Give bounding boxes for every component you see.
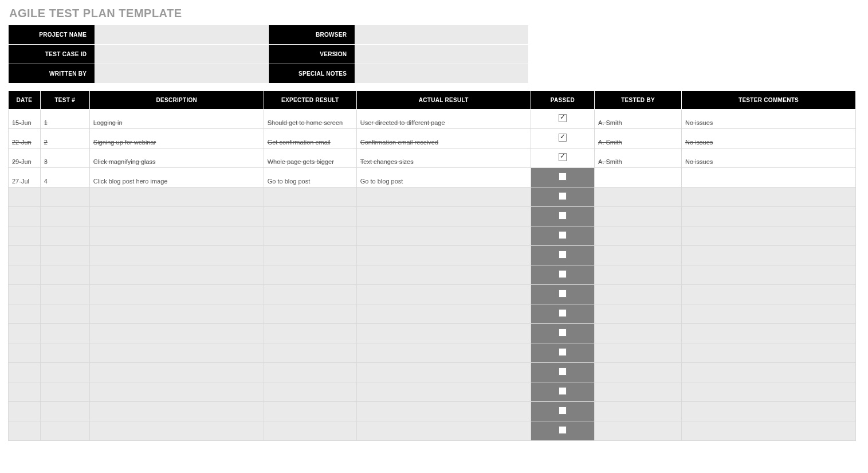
cell-expected[interactable]: Get confirmation email [264, 129, 356, 148]
cell-date[interactable]: 27-Jul [9, 168, 41, 187]
cell-actual[interactable] [356, 421, 531, 441]
cell-tested-by[interactable]: A. Smith [595, 148, 682, 168]
checkbox-icon[interactable] [559, 290, 567, 298]
cell-comments[interactable] [682, 285, 856, 304]
checkbox-icon[interactable] [559, 387, 567, 395]
cell-date[interactable] [9, 402, 41, 421]
cell-expected[interactable] [264, 207, 356, 226]
cell-actual[interactable] [356, 226, 531, 246]
checkbox-icon[interactable] [559, 251, 567, 259]
cell-actual[interactable] [356, 304, 531, 324]
cell-actual[interactable] [356, 246, 531, 265]
cell-comments[interactable] [682, 402, 856, 421]
cell-date[interactable] [9, 363, 41, 382]
cell-expected[interactable] [264, 363, 356, 382]
cell-passed[interactable] [531, 265, 594, 285]
cell-actual[interactable]: User directed to different page [356, 110, 531, 129]
cell-comments[interactable] [682, 187, 856, 207]
cell-actual[interactable] [356, 343, 531, 363]
cell-description[interactable] [89, 187, 264, 207]
cell-actual[interactable] [356, 187, 531, 207]
cell-description[interactable]: Click blog post hero image [89, 168, 264, 187]
cell-description[interactable] [89, 285, 264, 304]
cell-passed[interactable] [531, 207, 594, 226]
cell-expected[interactable] [264, 246, 356, 265]
cell-passed[interactable] [531, 324, 594, 343]
cell-comments[interactable] [682, 421, 856, 441]
cell-comments[interactable] [682, 363, 856, 382]
cell-passed[interactable] [531, 285, 594, 304]
cell-date[interactable] [9, 265, 41, 285]
cell-test-number[interactable]: 4 [40, 168, 89, 187]
cell-comments[interactable] [682, 226, 856, 246]
cell-tested-by[interactable]: A. Smith [595, 129, 682, 148]
checkbox-icon[interactable] [559, 114, 567, 122]
cell-description[interactable] [89, 402, 264, 421]
checkbox-icon[interactable] [559, 309, 567, 317]
cell-description[interactable]: Signing up for webinar [89, 129, 264, 148]
cell-tested-by[interactable] [595, 402, 682, 421]
cell-tested-by[interactable] [595, 382, 682, 402]
checkbox-icon[interactable] [559, 134, 567, 142]
cell-expected[interactable] [264, 265, 356, 285]
cell-date[interactable] [9, 246, 41, 265]
meta-value-input[interactable] [355, 25, 529, 45]
checkbox-icon[interactable] [559, 426, 567, 434]
cell-expected[interactable] [264, 402, 356, 421]
checkbox-icon[interactable] [559, 270, 567, 278]
meta-value-input[interactable] [355, 45, 529, 64]
cell-actual[interactable] [356, 402, 531, 421]
cell-expected[interactable] [264, 343, 356, 363]
cell-tested-by[interactable] [595, 343, 682, 363]
cell-comments[interactable] [682, 324, 856, 343]
cell-passed[interactable] [531, 168, 594, 187]
checkbox-icon[interactable] [559, 153, 567, 161]
cell-expected[interactable]: Whole page gets bigger [264, 148, 356, 168]
cell-date[interactable] [9, 343, 41, 363]
cell-date[interactable] [9, 226, 41, 246]
cell-expected[interactable] [264, 187, 356, 207]
cell-test-number[interactable] [40, 402, 89, 421]
cell-date[interactable] [9, 187, 41, 207]
cell-test-number[interactable]: 3 [40, 148, 89, 168]
cell-test-number[interactable] [40, 304, 89, 324]
cell-comments[interactable]: No issues [682, 148, 856, 168]
cell-comments[interactable] [682, 343, 856, 363]
cell-expected[interactable] [264, 421, 356, 441]
cell-description[interactable] [89, 246, 264, 265]
cell-test-number[interactable]: 1 [40, 110, 89, 129]
cell-description[interactable] [89, 324, 264, 343]
cell-date[interactable]: 29-Jun [9, 148, 41, 168]
cell-description[interactable] [89, 382, 264, 402]
cell-test-number[interactable]: 2 [40, 129, 89, 148]
cell-expected[interactable] [264, 382, 356, 402]
cell-passed[interactable] [531, 148, 594, 168]
checkbox-icon[interactable] [559, 348, 567, 356]
cell-description[interactable] [89, 421, 264, 441]
cell-comments[interactable]: No issues [682, 110, 856, 129]
cell-tested-by[interactable] [595, 226, 682, 246]
cell-date[interactable] [9, 421, 41, 441]
cell-comments[interactable] [682, 382, 856, 402]
cell-description[interactable] [89, 207, 264, 226]
cell-tested-by[interactable] [595, 324, 682, 343]
cell-expected[interactable] [264, 226, 356, 246]
cell-date[interactable] [9, 207, 41, 226]
checkbox-icon[interactable] [559, 231, 567, 239]
cell-tested-by[interactable] [595, 187, 682, 207]
cell-test-number[interactable] [40, 246, 89, 265]
checkbox-icon[interactable] [559, 173, 567, 181]
cell-passed[interactable] [531, 382, 594, 402]
cell-passed[interactable] [531, 343, 594, 363]
cell-actual[interactable] [356, 285, 531, 304]
cell-date[interactable]: 22-Jun [9, 129, 41, 148]
cell-tested-by[interactable] [595, 265, 682, 285]
checkbox-icon[interactable] [559, 212, 567, 220]
cell-date[interactable] [9, 285, 41, 304]
cell-date[interactable] [9, 324, 41, 343]
checkbox-icon[interactable] [559, 329, 567, 337]
cell-expected[interactable]: Should get to home screen [264, 110, 356, 129]
cell-test-number[interactable] [40, 285, 89, 304]
cell-tested-by[interactable] [595, 304, 682, 324]
cell-test-number[interactable] [40, 363, 89, 382]
